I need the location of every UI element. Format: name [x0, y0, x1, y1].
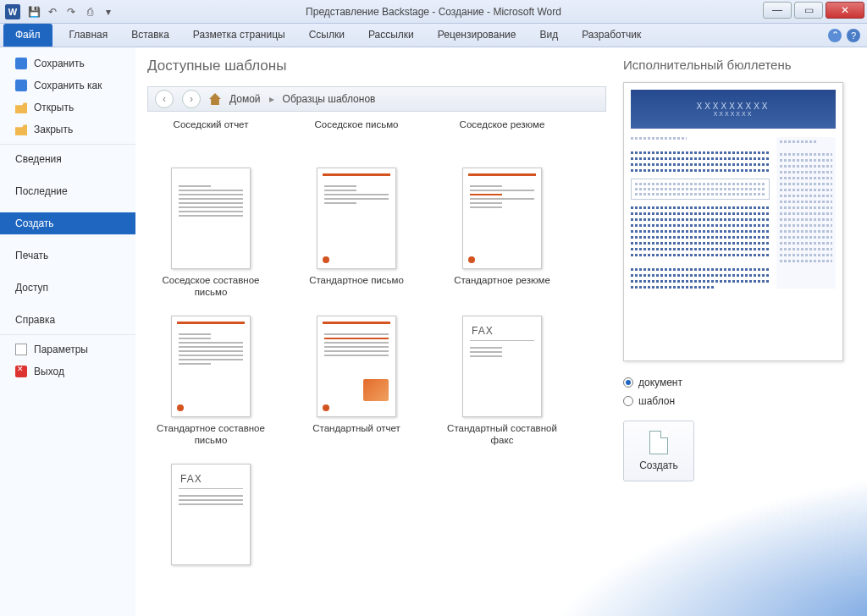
tab-developer[interactable]: Разработчик: [570, 24, 653, 47]
template-item[interactable]: Соседский отчет: [156, 113, 266, 142]
radio-document[interactable]: документ: [623, 377, 853, 388]
sidebar-item-label: Создать: [15, 217, 54, 229]
sidebar-item-share[interactable]: Доступ: [0, 277, 135, 299]
template-thumb: [171, 316, 251, 417]
minimize-ribbon-icon[interactable]: ⌃: [828, 29, 842, 42]
ribbon-help-area: ⌃ ?: [828, 24, 867, 47]
template-item[interactable]: Стандартное резюме: [447, 168, 557, 299]
open-icon: [15, 102, 27, 113]
exit-icon: [15, 366, 27, 377]
close-button[interactable]: ✕: [826, 2, 864, 19]
tab-file[interactable]: Файл: [3, 24, 52, 47]
close-folder-icon: [15, 124, 27, 135]
sidebar-item-label: Закрыть: [34, 124, 73, 135]
qat-redo-icon[interactable]: ↷: [64, 5, 78, 19]
template-thumb: [317, 168, 396, 269]
create-button-label: Создать: [639, 459, 678, 471]
radio-label: документ: [638, 377, 682, 388]
sidebar-item-label: Сведения: [15, 153, 62, 165]
tab-home[interactable]: Главная: [58, 24, 120, 47]
maximize-button[interactable]: ▭: [794, 2, 823, 19]
saveas-icon: [15, 80, 27, 91]
template-label: Соседский отчет: [174, 118, 249, 142]
qat-dropdown-icon[interactable]: ▾: [102, 5, 115, 19]
tab-view[interactable]: Вид: [527, 24, 570, 47]
sidebar-item-label: Открыть: [34, 102, 74, 113]
template-label: Стандартный отчет: [312, 422, 400, 446]
sidebar-item-label: Сохранить как: [34, 80, 102, 91]
template-item[interactable]: FAX Стандартный составной факс: [447, 316, 557, 447]
radio-icon: [623, 396, 633, 406]
sidebar-item-label: Справка: [15, 314, 55, 326]
ribbon-tabs: Файл Главная Вставка Разметка страницы С…: [0, 24, 867, 47]
sidebar-item-save[interactable]: Сохранить: [0, 52, 135, 74]
template-item[interactable]: FAX: [156, 464, 266, 594]
template-preview: XXXXXXXXX XXXXXXX: [623, 82, 843, 361]
radio-icon: [623, 377, 633, 388]
template-label: Стандартное составное письмо: [156, 422, 266, 447]
tab-mailings[interactable]: Рассылки: [356, 24, 426, 47]
tab-references[interactable]: Ссылки: [297, 24, 356, 47]
qat-undo-icon[interactable]: ↶: [46, 5, 59, 19]
panel-title: Доступные шаблоны: [147, 58, 606, 74]
breadcrumb-home[interactable]: Домой: [229, 93, 261, 105]
word-app-icon: W: [5, 4, 20, 19]
nav-forward-button[interactable]: ›: [182, 90, 201, 108]
preview-title: Исполнительный бюллетень: [623, 58, 853, 72]
template-item[interactable]: Стандартное составное письмо: [156, 316, 266, 447]
sidebar-item-exit[interactable]: Выход: [0, 360, 135, 382]
template-label: Соседское резюме: [460, 118, 545, 142]
sidebar-item-options[interactable]: Параметры: [0, 334, 135, 360]
sidebar-item-label: Сохранить: [34, 58, 85, 69]
help-icon[interactable]: ?: [847, 29, 860, 42]
home-icon[interactable]: [209, 93, 221, 105]
create-button[interactable]: Создать: [623, 421, 694, 481]
document-icon: [649, 431, 668, 454]
sidebar-item-recent[interactable]: Последние: [0, 180, 135, 202]
template-thumb: [462, 168, 542, 269]
sidebar-item-open[interactable]: Открыть: [0, 96, 135, 118]
save-icon: [15, 58, 27, 69]
sidebar-item-label: Печать: [15, 250, 48, 261]
sidebar-item-close[interactable]: Закрыть: [0, 118, 135, 140]
create-as-group: документ шаблон: [623, 377, 853, 407]
window-buttons: — ▭ ✕: [763, 0, 867, 23]
sidebar-item-label: Выход: [34, 366, 64, 377]
template-item[interactable]: Стандартный отчет: [301, 316, 411, 447]
template-item[interactable]: Соседское резюме: [447, 113, 557, 142]
template-label: Стандартный составной факс: [447, 422, 557, 447]
templates-scroll[interactable]: Соседский отчет Соседское письмо Соседск…: [147, 113, 606, 616]
breadcrumb-path[interactable]: Образцы шаблонов: [283, 93, 376, 105]
tab-pagelayout[interactable]: Разметка страницы: [181, 24, 297, 47]
nav-back-button[interactable]: ‹: [155, 90, 174, 108]
template-item[interactable]: Соседское составное письмо: [156, 168, 266, 299]
options-icon: [15, 344, 27, 355]
template-item[interactable]: Соседское письмо: [301, 113, 411, 142]
sidebar-item-label: Параметры: [34, 344, 88, 355]
sidebar-item-help[interactable]: Справка: [0, 309, 135, 331]
template-thumb: FAX: [462, 316, 542, 417]
sidebar-item-info[interactable]: Сведения: [0, 144, 135, 170]
minimize-button[interactable]: —: [763, 2, 792, 19]
backstage-sidebar: Сохранить Сохранить как Открыть Закрыть …: [0, 47, 135, 616]
template-label: Соседское составное письмо: [156, 274, 266, 299]
qat-print-icon[interactable]: ⎙: [83, 5, 97, 19]
breadcrumb-sep-icon: ▸: [269, 93, 274, 105]
tab-review[interactable]: Рецензирование: [426, 24, 528, 47]
sidebar-item-label: Последние: [15, 185, 68, 197]
breadcrumb: ‹ › Домой ▸ Образцы шаблонов: [147, 86, 606, 112]
template-item[interactable]: Стандартное письмо: [301, 168, 411, 299]
preview-banner-text: XXXXXXXXX: [696, 102, 770, 111]
sidebar-item-saveas[interactable]: Сохранить как: [0, 74, 135, 96]
titlebar: W 💾 ↶ ↷ ⎙ ▾ Представление Backstage - Со…: [0, 0, 867, 24]
template-label: Стандартное резюме: [454, 274, 550, 298]
template-thumb: FAX: [171, 464, 251, 565]
template-label: Соседское письмо: [315, 118, 399, 142]
radio-template[interactable]: шаблон: [623, 395, 853, 407]
template-thumb: [171, 168, 251, 269]
tab-insert[interactable]: Вставка: [119, 24, 181, 47]
sidebar-item-new[interactable]: Создать: [0, 212, 135, 234]
sidebar-item-print[interactable]: Печать: [0, 245, 135, 267]
quick-access-toolbar: 💾 ↶ ↷ ⎙ ▾: [27, 5, 115, 19]
qat-save-icon[interactable]: 💾: [27, 5, 41, 19]
